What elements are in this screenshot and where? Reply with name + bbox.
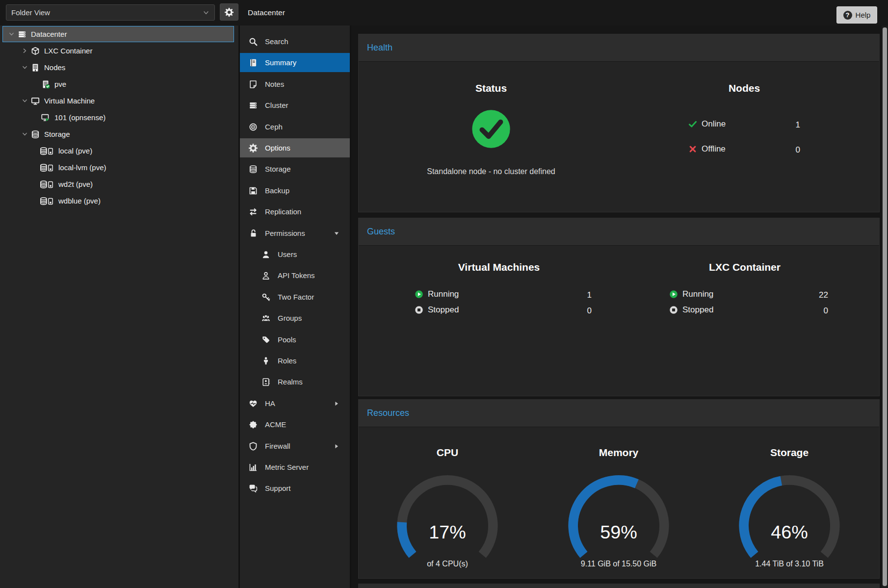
lxc-stopped-row: Stopped: [669, 305, 713, 315]
memory-percent: 59%: [600, 522, 637, 542]
nav-item-ha[interactable]: HA: [240, 394, 350, 413]
nav-item-label: Notes: [265, 80, 284, 88]
storage-gauge-label: 1.44 TiB of 3.10 TiB: [755, 560, 824, 568]
book-icon: [249, 58, 258, 67]
panel-title: Resources: [367, 408, 409, 418]
tree-item-storage-local[interactable]: local (pve): [0, 143, 238, 159]
address-book-icon: [261, 378, 270, 386]
chevron-right-icon[interactable]: [22, 48, 28, 54]
nav-item-api-tokens[interactable]: API Tokens: [240, 266, 350, 285]
cross-icon: [688, 145, 697, 153]
tree-item-datacenter[interactable]: Datacenter: [2, 26, 234, 42]
nodes-heading: Nodes: [729, 82, 760, 94]
tree-settings-button[interactable]: [220, 3, 238, 21]
nav-item-search[interactable]: Search: [240, 32, 350, 51]
database-icon: [31, 130, 40, 139]
nav-item-label: Search: [265, 37, 288, 46]
page-title: Datacenter: [248, 0, 285, 26]
nav-item-backup[interactable]: Backup: [240, 181, 350, 200]
guests-panel-header: Guests: [359, 218, 879, 246]
status-heading: Status: [475, 82, 507, 94]
chevron-down-icon[interactable]: [22, 131, 28, 137]
storage-heading: Storage: [770, 447, 809, 459]
nav-item-metric-server[interactable]: Metric Server: [240, 458, 350, 477]
comments-icon: [249, 484, 258, 493]
stat-label: Online: [702, 119, 726, 129]
tree-item-storage-wd2t[interactable]: wd2t (pve): [0, 176, 238, 192]
nav-item-notes[interactable]: Notes: [240, 75, 350, 94]
view-mode-select[interactable]: Folder View: [6, 4, 215, 21]
chevron-down-icon[interactable]: [22, 98, 28, 104]
tree-item-virtual-machine[interactable]: Virtual Machine: [0, 93, 238, 109]
resources-panel-header: Resources: [359, 400, 879, 427]
user-outline-icon: [261, 271, 270, 280]
nav-item-storage[interactable]: Storage: [240, 159, 350, 179]
nav-item-cluster[interactable]: Cluster: [240, 96, 350, 115]
gear-icon: [225, 8, 234, 17]
vm-running-value: 1: [567, 290, 592, 300]
tree-item-label: Datacenter: [31, 30, 67, 38]
nav-item-two-factor[interactable]: Two Factor: [240, 287, 350, 307]
tree-item-pve[interactable]: pve: [0, 76, 238, 92]
nav-item-summary[interactable]: Summary: [240, 53, 350, 72]
nav-item-label: Backup: [265, 186, 289, 195]
ceph-icon: [249, 123, 258, 131]
cpu-heading: CPU: [437, 447, 458, 459]
nav-item-label: Roles: [278, 357, 296, 365]
nav-item-label: Permissions: [265, 229, 305, 237]
nav-item-label: Cluster: [265, 101, 288, 109]
datacenter-icon: [18, 30, 26, 39]
nav-item-label: Storage: [265, 165, 291, 173]
nav-item-roles[interactable]: Roles: [240, 351, 350, 370]
nav-item-label: Realms: [278, 378, 303, 386]
panel-title: Guests: [367, 227, 395, 237]
nav-item-acme[interactable]: ACME: [240, 415, 350, 434]
vertical-scrollbar: [882, 26, 888, 588]
lxc-heading: LXC Container: [709, 261, 781, 273]
stat-label: Running: [428, 289, 459, 299]
nav-item-realms[interactable]: Realms: [240, 372, 350, 391]
tree-item-storage-local-lvm[interactable]: local-lvm (pve): [0, 159, 238, 176]
play-circle-icon: [669, 290, 678, 299]
nav-item-support[interactable]: Support: [240, 479, 350, 498]
stop-circle-icon: [415, 306, 423, 314]
tree-item-label: wd2t (pve): [58, 180, 93, 188]
nav-item-users[interactable]: Users: [240, 245, 350, 264]
nav-item-label: Options: [265, 144, 290, 152]
tree-item-storage-wdblue[interactable]: wdblue (pve): [0, 193, 238, 209]
expand-arrow-icon[interactable]: [334, 443, 340, 449]
tree-item-lxc-container[interactable]: LXC Container: [0, 43, 238, 59]
tag-icon: [261, 335, 270, 344]
nav-item-groups[interactable]: Groups: [240, 308, 350, 328]
nav-item-replication[interactable]: Replication: [240, 202, 350, 221]
shield-icon: [249, 442, 258, 451]
nav-item-label: ACME: [265, 420, 286, 429]
tree-item-label: local-lvm (pve): [58, 163, 106, 172]
tree-item-label: Virtual Machine: [44, 97, 95, 105]
chevron-down-icon[interactable]: [8, 31, 15, 37]
collapse-arrow-icon[interactable]: [334, 230, 340, 236]
scrollbar-thumb[interactable]: [883, 27, 887, 586]
nav-item-label: Pools: [278, 335, 296, 344]
tree-item-vm-101[interactable]: 101 (opnsense): [0, 109, 238, 126]
nav-item-pools[interactable]: Pools: [240, 330, 350, 349]
expand-arrow-icon[interactable]: [334, 401, 340, 407]
help-button-label: Help: [856, 11, 871, 19]
nav-item-ceph[interactable]: Ceph: [240, 117, 350, 136]
chevron-down-icon[interactable]: [22, 64, 28, 71]
unlock-icon: [249, 229, 258, 238]
gear-icon: [249, 144, 258, 153]
help-button[interactable]: ? Help: [836, 6, 877, 24]
check-icon: [688, 120, 697, 128]
status-ok-icon: [470, 108, 512, 150]
building-icon: [31, 63, 40, 72]
play-circle-icon: [415, 290, 423, 299]
nav-item-firewall[interactable]: Firewall: [240, 436, 350, 456]
tree-item-storage[interactable]: Storage: [0, 126, 238, 142]
replication-icon: [249, 207, 258, 216]
nav-item-permissions[interactable]: Permissions: [240, 224, 350, 243]
tree-item-nodes[interactable]: Nodes: [0, 59, 238, 76]
nav-item-options[interactable]: Options: [240, 138, 350, 157]
guests-panel: Guests Virtual Machines LXC Container Ru…: [358, 218, 880, 396]
nav-item-label: Groups: [278, 314, 302, 322]
